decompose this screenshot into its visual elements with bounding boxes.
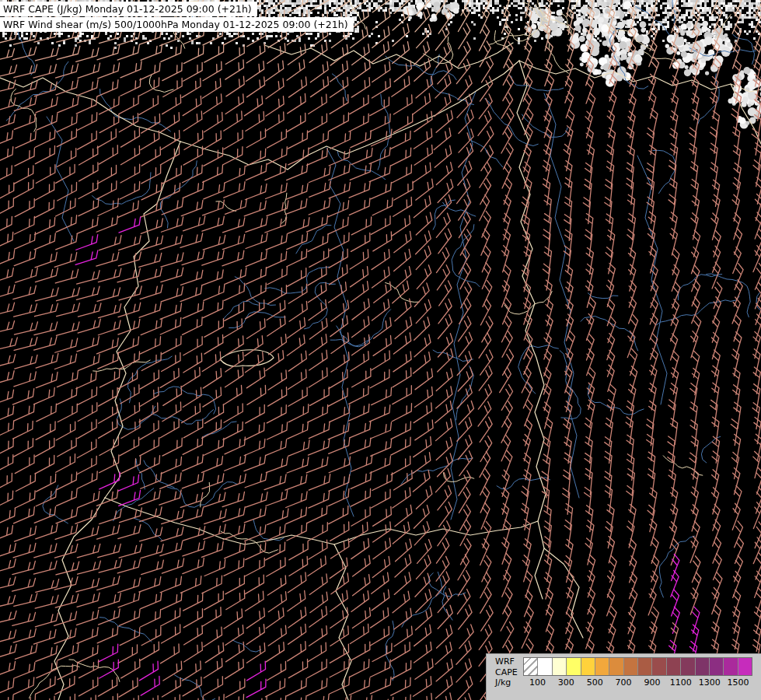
legend-tick-label: 900	[644, 677, 660, 688]
legend-swatch	[696, 658, 710, 675]
legend-tick-row: 100300500700900110013001500	[523, 676, 752, 688]
title-block: WRF CAPE (J/kg) Monday 01-12-2025 09:00 …	[0, 2, 354, 33]
weather-map-canvas	[0, 0, 761, 700]
legend-model-label: WRF	[495, 656, 523, 667]
legend-swatch-row	[523, 657, 752, 676]
legend-tick-label: 700	[616, 677, 632, 688]
legend-swatch	[738, 658, 752, 675]
legend-swatch	[595, 658, 609, 675]
legend-tick-label: 1100	[670, 677, 692, 688]
legend-swatch	[581, 658, 595, 675]
legend-swatch	[667, 658, 681, 675]
legend-tick-label: 1300	[699, 677, 721, 688]
legend-field-label: CAPE	[495, 667, 523, 678]
legend-swatch	[609, 658, 623, 675]
legend-tick-label: 1500	[728, 677, 749, 688]
legend-label: WRF CAPE J/kg	[487, 654, 523, 700]
legend-swatch	[652, 658, 666, 675]
legend-swatch	[538, 658, 552, 675]
legend-swatch	[710, 658, 724, 675]
cape-legend: WRF CAPE J/kg 10030050070090011001300150…	[486, 653, 761, 700]
legend-scale: 100300500700900110013001500	[523, 657, 752, 700]
legend-swatch	[624, 658, 638, 675]
legend-swatch	[567, 658, 581, 675]
legend-swatch	[553, 658, 567, 675]
legend-tick-label: 300	[558, 677, 574, 688]
weather-map-stage: WRF CAPE (J/kg) Monday 01-12-2025 09:00 …	[0, 0, 761, 700]
map-title-windshear: WRF Wind shear (m/s) 500/1000hPa Monday …	[0, 17, 354, 32]
legend-tick-label: 500	[587, 677, 603, 688]
legend-swatch	[638, 658, 652, 675]
legend-swatch	[724, 658, 738, 675]
legend-unit-label: J/kg	[495, 677, 523, 688]
legend-swatch	[681, 658, 695, 675]
legend-swatch	[524, 658, 538, 675]
map-title-cape: WRF CAPE (J/kg) Monday 01-12-2025 09:00 …	[0, 2, 257, 16]
legend-tick-label: 100	[529, 677, 546, 688]
